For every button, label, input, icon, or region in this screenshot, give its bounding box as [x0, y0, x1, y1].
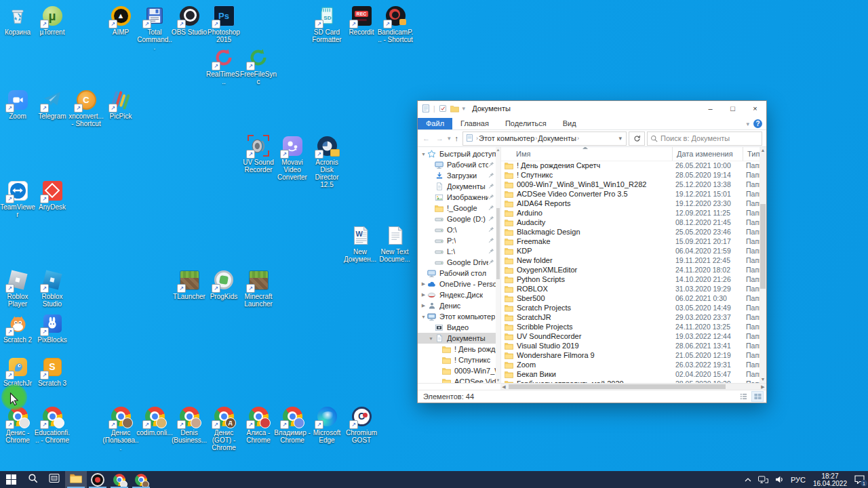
ribbon-tab-вид[interactable]: Вид [555, 118, 585, 129]
hscroll-left-arrow[interactable]: ◀ [500, 384, 507, 390]
nav-item-загрузки[interactable]: Загрузки [418, 170, 496, 181]
nav-item-google-drive-s[interactable]: Google Drive (S:) [418, 257, 496, 268]
breadcrumb-segment-документы[interactable]: Документы [538, 134, 576, 142]
file-row-день-рождения-скретч[interactable]: ! День рождения Скретч26.05.2021 10:00Па… [501, 161, 760, 170]
address-dropdown-chevron[interactable]: ▾ [616, 135, 625, 142]
desktop-icon-chromium-gost[interactable]: C↗Chromium GOST [344, 405, 378, 444]
desktop-icon-realtimes[interactable]: ↗RealTimeS... [207, 46, 241, 85]
hscroll-thumb[interactable] [509, 384, 726, 389]
tree-expander-icon[interactable]: ▶ [420, 292, 427, 298]
tray-expand-chevron-icon[interactable] [741, 471, 755, 488]
maximize-button[interactable]: □ [722, 101, 744, 116]
desktop-icon-microsoft-edge[interactable]: ↗Microsoft Edge [310, 405, 344, 444]
file-row-freemake[interactable]: Freemake15.09.2021 20:17Папк [501, 237, 760, 246]
nav-item-документы[interactable]: ▼Документы [418, 333, 496, 344]
desktop-icon-алиса-chrome[interactable]: ↗Алиса - Chrome [241, 405, 275, 444]
desktop-icon-µtorrent[interactable]: µ↗µTorrent [35, 4, 69, 36]
tree-expander-icon[interactable]: ▼ [420, 152, 427, 157]
ribbon-tab-главная[interactable]: Главная [452, 118, 497, 129]
nav-item-google-d[interactable]: Google (D:) [418, 214, 496, 224]
desktop-icon-scratchjr[interactable]: ↗ScratchJr [1, 355, 35, 387]
tree-expander-icon[interactable]: ▼ [420, 314, 427, 319]
desktop-icon-pixblocks[interactable]: ↗PixBlocks [35, 312, 69, 344]
desktop-icon-tlauncher[interactable]: ↗TLauncher [172, 268, 206, 300]
desktop-icon-telegram[interactable]: ↗Telegram [35, 88, 69, 120]
file-row-wondershare-filmora-9[interactable]: Wondershare Filmora 921.05.2020 12:19Пап… [501, 350, 760, 360]
nav-item-быстрый-доступ[interactable]: ▼Быстрый доступ [418, 148, 496, 159]
desktop-icon-new-докумен[interactable]: W New Докумен... [343, 224, 377, 263]
help-button[interactable]: ? [753, 119, 762, 128]
desktop-icon-sd-card-formatter[interactable]: SD↗SD Card Formatter [310, 4, 344, 43]
file-list-scrollbar[interactable]: ▲ ▼ [760, 147, 766, 383]
file-row-uv-soundrecorder[interactable]: UV SoundRecorder19.03.2022 12:44Папк [501, 331, 760, 341]
tree-expander-icon[interactable]: ▶ [420, 281, 427, 287]
file-row-roblox[interactable]: ROBLOX31.03.2020 19:29Папк [501, 284, 760, 293]
file-row-visual-studio-2019[interactable]: Visual Studio 201928.06.2021 13:41Папк [501, 341, 760, 350]
desktop-icon-new-text-docume[interactable]: New Text Docume... [378, 224, 412, 263]
desktop-icon-progkids[interactable]: ↗ProgKids [207, 268, 241, 300]
desktop-icon-codim-onli[interactable]: ↗codim.onli... [138, 405, 172, 436]
nav-item-видео[interactable]: Видео [418, 322, 496, 333]
minimize-button[interactable]: – [699, 101, 722, 116]
search-input[interactable]: Поиск в: Документы [647, 131, 762, 146]
file-row-new-folder[interactable]: New folder19.11.2021 22:45Папк [501, 256, 760, 265]
nav-item-p[interactable]: P:\ [418, 235, 496, 246]
start-button[interactable] [0, 471, 22, 488]
chrome-task-1[interactable] [108, 471, 130, 488]
file-row-blackmagic-design[interactable]: Blackmagic Design25.05.2020 23:46Папк [501, 227, 760, 237]
scroll-up-arrow[interactable]: ▲ [760, 147, 766, 154]
volume-icon[interactable] [772, 471, 787, 488]
desktop-icon-roblox-player[interactable]: ↗Roblox Player [1, 268, 35, 308]
network-icon[interactable] [755, 471, 772, 488]
file-row-0009-win7-win8-win81-win10-r282[interactable]: 0009-Win7_Win8_Win81_Win10_R28225.12.202… [501, 180, 760, 189]
desktop-icon-денис-пользова[interactable]: ↗Денис (Пользова... [104, 405, 138, 451]
nav-item-l[interactable]: L:\ [418, 246, 496, 257]
desktop-icon-acronis-disk-director-12-5[interactable]: ↗Acronis Disk Director 12.5 [310, 134, 344, 188]
file-row-arduino[interactable]: Arduino12.09.2021 11:25Папк [501, 208, 760, 218]
desktop-icon-zoom[interactable]: ↗Zoom [1, 88, 35, 120]
file-row-audacity[interactable]: Audacity08.12.2020 21:45Папк [501, 218, 760, 227]
recent-locations-chevron[interactable]: ▾ [448, 135, 451, 142]
nav-scrollbar[interactable]: ▲ ▼ [496, 147, 500, 383]
file-row-sber500[interactable]: Sber50006.02.2021 0:30Папк [501, 293, 760, 303]
nav-item-яндекс-диск[interactable]: ▶Яндекс.Диск [418, 289, 496, 300]
nav-item-acdsee-video-co[interactable]: ACDSee Video Co [418, 376, 496, 383]
title-bar[interactable]: | ▾ Документы – □ × [418, 101, 766, 116]
nav-item-документы[interactable]: Документы [418, 181, 496, 192]
desktop-icon-photoshop-2015[interactable]: Ps↗Photoshop 2015 [207, 4, 241, 43]
file-row-aida64-reports[interactable]: AIDA64 Reports19.12.2020 23:30Папк [501, 199, 760, 208]
ribbon-tab-поделиться[interactable]: Поделиться [497, 118, 555, 129]
details-view-button[interactable] [737, 391, 749, 402]
nav-item-изображения[interactable]: Изображения [418, 192, 496, 203]
desktop-icon-xnconvert-shortcut[interactable]: C↗xnconvert... - Shortcut [69, 88, 103, 127]
column-header-тип[interactable]: Тип [743, 147, 760, 161]
forward-button[interactable]: → [434, 134, 446, 142]
search-button[interactable] [22, 471, 43, 488]
file-row-oxygenxmleditor[interactable]: OxygenXMLEditor24.11.2020 18:02Папк [501, 265, 760, 274]
tree-expander-icon[interactable]: ▶ [420, 303, 427, 308]
file-row-scribble-projects[interactable]: Scribble Projects24.11.2020 13:25Папк [501, 322, 760, 331]
new-folder-button[interactable] [450, 104, 460, 113]
desktop-icon-денис-got-chrome[interactable]: Д↗Денис (GOT) - Chrome [207, 405, 241, 451]
nav-item-этот-компьютер[interactable]: ▼Этот компьютер [418, 311, 496, 322]
desktop-icon-freefilesync[interactable]: ↗FreeFileSync [241, 46, 275, 85]
desktop-icon-roblox-studio[interactable]: ↗Roblox Studio [35, 268, 69, 308]
scroll-thumb[interactable] [760, 204, 766, 289]
column-header-имя[interactable]: Имя [501, 147, 672, 161]
file-row-scratchjr[interactable]: ScratchJR29.03.2020 23:37Папк [501, 312, 760, 322]
desktop-icon-minecraft-launcher[interactable]: ↗Minecraft Launcher [241, 268, 275, 308]
desktop-icon-bandicamp-shortcut[interactable]: ↗BandicamP... - Shortcut [378, 4, 412, 43]
recorder-task[interactable] [87, 471, 108, 488]
qat-dropdown-chevron[interactable]: ▾ [462, 105, 466, 112]
ribbon-tab-файл[interactable]: Файл [418, 118, 452, 129]
nav-item-onedrive-personal[interactable]: ▶OneDrive - Personal [418, 279, 496, 289]
language-indicator[interactable]: РУС [787, 471, 809, 488]
refresh-button[interactable] [629, 131, 645, 146]
desktop-icon-obs-studio[interactable]: ↗OBS Studio [172, 4, 206, 36]
scroll-down-arrow[interactable]: ▼ [760, 376, 766, 383]
file-row-бекап-вики[interactable]: Бекап Вики02.04.2020 15:47Папк [501, 369, 760, 379]
nav-item-рабочий-стол[interactable]: Рабочий стол [418, 159, 496, 170]
nav-item-денис[interactable]: ▶Денис [418, 300, 496, 311]
hscroll-track[interactable]: ◀ ▶ [500, 384, 766, 390]
file-row-горбунову-отправить-май-2020[interactable]: Горбунову отправить май 202028.05.2020 1… [501, 379, 760, 383]
